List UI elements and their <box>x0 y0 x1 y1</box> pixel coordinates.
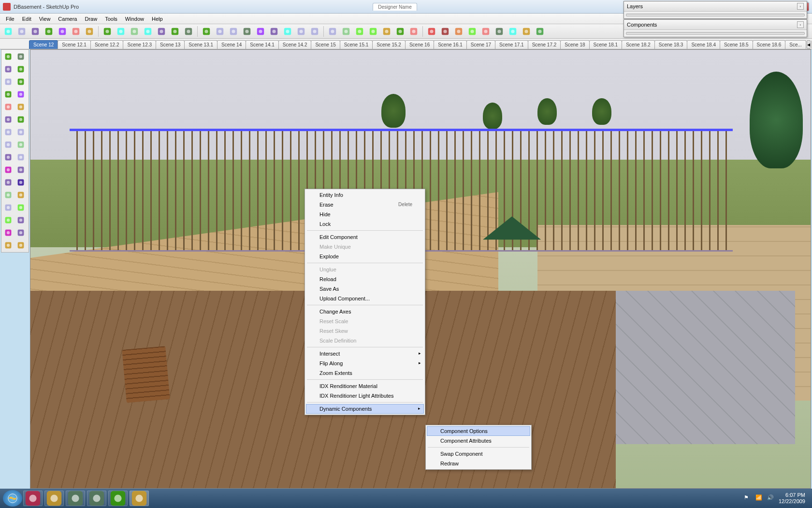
ctx-save-as[interactable]: Save As <box>306 284 424 294</box>
scene-tab[interactable]: Scene 14.1 <box>246 40 279 49</box>
look-around-tool[interactable] <box>2 214 14 226</box>
ctx-idx-renditioner-material[interactable]: IDX Renditioner Material <box>306 381 424 391</box>
ctx-intersect[interactable]: Intersect <box>306 349 424 359</box>
move-button[interactable] <box>155 26 168 37</box>
ctx-flip-along[interactable]: Flip Along <box>306 359 424 368</box>
menu-help[interactable]: Help <box>148 15 167 23</box>
components-panel[interactable]: Components ▫ <box>624 19 807 37</box>
render-darkred-button[interactable] <box>439 26 451 37</box>
section-plane-tool[interactable] <box>15 177 27 188</box>
components-panel-close-icon[interactable]: ▫ <box>797 21 804 28</box>
ctx-zoom-extents[interactable]: Zoom Extents <box>306 368 424 378</box>
zoom-window-tool[interactable] <box>15 202 27 213</box>
taskbar-sketchup-icon[interactable] <box>130 491 149 506</box>
menu-window[interactable]: Window <box>121 15 148 23</box>
scene-tab[interactable]: Scene 15.1 <box>340 40 373 49</box>
rotate-button[interactable] <box>169 26 181 37</box>
pan-button[interactable] <box>254 26 267 37</box>
arc-button[interactable] <box>56 26 69 37</box>
taskbar-media-icon[interactable] <box>66 491 85 506</box>
next-view-button[interactable] <box>308 26 321 37</box>
tray-volume-icon[interactable]: 🔊 <box>767 494 775 502</box>
taskbar-chrome-icon[interactable] <box>108 491 128 506</box>
scene-tab[interactable]: Scene 14.2 <box>278 40 312 49</box>
scene-tab[interactable]: Scene 18.5 <box>720 40 753 49</box>
taskbar-ie-icon[interactable] <box>23 491 43 506</box>
text-tool[interactable] <box>15 164 27 176</box>
select-arrow-button[interactable] <box>2 26 14 37</box>
ctx-reload[interactable]: Reload <box>306 274 424 284</box>
rotate-tool[interactable] <box>15 114 27 125</box>
scene-tab[interactable]: Scene 12.2 <box>90 40 124 49</box>
layers-panel[interactable]: Layers ▫ <box>624 1 807 19</box>
scale-red-tool[interactable] <box>2 139 14 150</box>
zoom-button[interactable] <box>268 26 280 37</box>
dimension-tool[interactable] <box>15 151 27 163</box>
scene-tab[interactable]: Scene 12.1 <box>58 40 91 49</box>
taskbar-paint-icon[interactable] <box>87 491 106 506</box>
zoom-extents-button[interactable] <box>281 26 294 37</box>
protractor-tool-tool[interactable] <box>2 164 14 176</box>
scene-tab[interactable]: Scene 12 <box>29 40 58 49</box>
polygon-button[interactable] <box>70 26 82 37</box>
scene-tab[interactable]: Scene 16 <box>405 40 434 49</box>
line-button[interactable] <box>29 26 42 37</box>
scene-tab[interactable]: Scene 18.4 <box>687 40 720 49</box>
prev-tool[interactable] <box>15 227 27 239</box>
menu-view[interactable]: View <box>35 15 55 23</box>
scene-tab[interactable]: Scene 17 <box>466 40 495 49</box>
freehand-button[interactable] <box>83 26 96 37</box>
section-button[interactable] <box>479 26 492 37</box>
scene-tab[interactable]: Scene 18.6 <box>753 40 786 49</box>
get-models-button[interactable] <box>340 26 352 37</box>
tape-tool[interactable] <box>2 151 14 163</box>
ctx-entity-info[interactable]: Entity Info <box>306 190 424 200</box>
scene-tab[interactable]: Scene 18.1 <box>589 40 623 49</box>
ctx-redraw[interactable]: Redraw <box>427 459 530 468</box>
sandbox1-tool[interactable] <box>2 239 14 251</box>
ctx-component-attributes[interactable]: Component Attributes <box>427 436 530 446</box>
layers-button[interactable] <box>394 26 406 37</box>
eraser-button[interactable] <box>101 26 114 37</box>
offset-red-tool[interactable] <box>15 139 27 150</box>
ctx-upload-component-[interactable]: Upload Component... <box>306 294 424 303</box>
presentation-button[interactable] <box>507 26 519 37</box>
taskbar-explorer-icon[interactable] <box>44 491 64 506</box>
tray-network-icon[interactable]: 📶 <box>755 494 763 502</box>
zoom-tool-tool[interactable] <box>2 202 14 213</box>
background-tab[interactable]: Designer Name <box>373 3 417 11</box>
photo-match-button[interactable] <box>466 26 478 37</box>
style-button[interactable] <box>493 26 506 37</box>
paint-bucket-button[interactable] <box>142 26 154 37</box>
ctx-edit-component[interactable]: Edit Component <box>306 232 424 242</box>
ctx-component-options[interactable]: Component Options <box>427 426 530 436</box>
select-tool[interactable] <box>2 51 14 62</box>
scene-tab[interactable]: Scene 18.3 <box>654 40 688 49</box>
circle-button[interactable] <box>43 26 55 37</box>
scene-tab[interactable]: Scene 17.1 <box>495 40 528 49</box>
freehand-tool[interactable] <box>15 101 27 113</box>
prev-view-button[interactable] <box>295 26 307 37</box>
scene-tab[interactable]: Scene 15 <box>311 40 340 49</box>
scene-tab[interactable]: Scene 14 <box>217 40 246 49</box>
taskbar-clock[interactable]: 6:07 PM 12/22/2009 <box>779 492 805 505</box>
circle-tool[interactable] <box>2 89 14 100</box>
push-pull-button[interactable] <box>214 26 226 37</box>
menu-file[interactable]: File <box>2 15 18 23</box>
follow-me-button[interactable] <box>227 26 240 37</box>
scale-button[interactable] <box>182 26 195 37</box>
scene-tab[interactable]: Scene 13 <box>156 40 185 49</box>
follow-me-tool[interactable] <box>15 126 27 138</box>
ctx-dynamic-components[interactable]: Dynamic Components <box>306 404 424 414</box>
ctx-lock[interactable]: Lock <box>306 219 424 229</box>
rectangle-button[interactable] <box>15 26 28 37</box>
shadows-button[interactable] <box>407 26 420 37</box>
layers-panel-close-icon[interactable]: ▫ <box>797 3 804 10</box>
ctx-erase[interactable]: EraseDelete <box>306 200 424 209</box>
ctx-change-axes[interactable]: Change Axes <box>306 307 424 316</box>
line-tool[interactable] <box>2 63 14 75</box>
pan-tool-tool[interactable] <box>15 189 27 201</box>
orbit-tool-tool[interactable] <box>2 189 14 201</box>
scene-nav[interactable]: ◀ <box>807 40 811 49</box>
component-button[interactable] <box>326 26 339 37</box>
